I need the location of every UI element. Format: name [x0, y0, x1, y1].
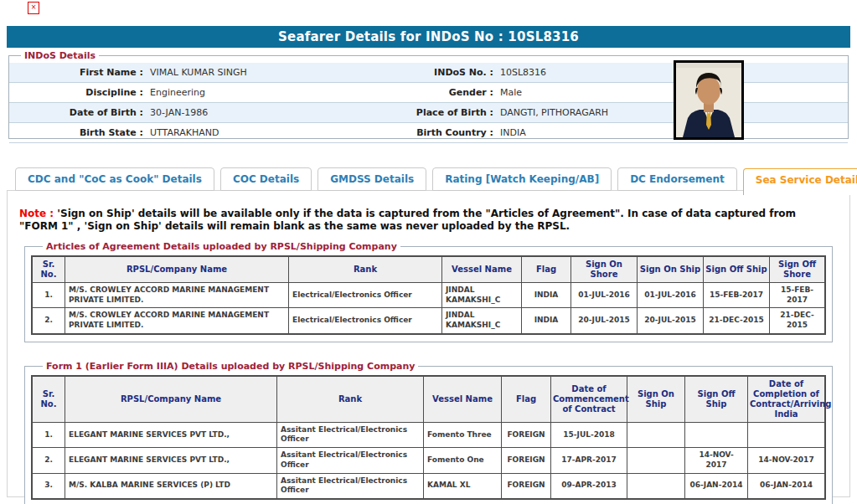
column-header: Sr. No.: [32, 256, 65, 283]
cell: Assitant Electrical/Electronics Officer: [277, 448, 424, 473]
cell: 15-FEB-2017: [770, 283, 826, 308]
field-label: Date of Birth :: [9, 107, 143, 118]
field-label: Gender :: [401, 87, 493, 98]
cell: 09-APR-2013: [551, 473, 627, 499]
cell: [627, 448, 685, 473]
articles-legend: Articles of Agreement Details uploaded b…: [43, 241, 400, 252]
cell: 2.: [32, 448, 65, 473]
tab-gmdss-details[interactable]: GMDSS Details: [318, 167, 426, 191]
cell: 1.: [32, 283, 65, 308]
field-label: Discipline :: [9, 87, 143, 98]
header-row: Sr. No.RPSL/Company NameRankVessel NameF…: [32, 256, 825, 283]
column-header: Sign On Ship: [627, 376, 685, 423]
cell: 15-JUL-2018: [551, 422, 627, 447]
form1-legend: Form 1 (Earlier Form IIIA) Details uploa…: [43, 361, 418, 372]
cell: Electrical/Electronics Officer: [289, 308, 442, 334]
cell: KAMAL XL: [424, 473, 502, 499]
cell: [627, 422, 685, 447]
field-value: VIMAL KUMAR SINGH: [143, 67, 401, 78]
indos-details-legend: INDoS Details: [21, 50, 99, 61]
column-header: Sign Off Ship: [685, 376, 748, 423]
cell: 2.: [32, 308, 65, 334]
column-header: Sign Off Ship: [704, 256, 770, 283]
cell: [627, 473, 685, 499]
cell: 21-DEC-2015: [704, 308, 770, 334]
cell: [748, 422, 826, 447]
cell: FOREIGN: [502, 422, 551, 447]
cell: Fomento One: [424, 448, 502, 473]
field-value: Engineering: [143, 87, 401, 98]
note-text: Note : 'Sign on Ship' details will be av…: [19, 208, 838, 233]
column-header: Rank: [277, 376, 424, 423]
field-value: 30-JAN-1986: [143, 107, 401, 118]
cell: ELEGANT MARINE SERVICES PVT LTD.,: [65, 422, 277, 447]
cell: 20-JUL-2015: [638, 308, 704, 334]
tab-sea-service-details[interactable]: Sea Service Details: [743, 168, 857, 195]
field-value: DANGTI, PITHORAGARH: [493, 107, 848, 118]
cell: Electrical/Electronics Officer: [289, 283, 442, 308]
cell: FOREIGN: [502, 473, 551, 499]
column-header: Sr. No.: [32, 376, 65, 423]
column-header: Sign On Shore: [571, 256, 638, 283]
cell: JINDAL KAMAKSHI_C: [442, 283, 522, 308]
header-row: Sr. No.RPSL/Company NameRankVessel NameF…: [32, 376, 825, 423]
field-value: INDIA: [493, 127, 848, 138]
field-value: 10SL8316: [493, 67, 848, 78]
column-header: RPSL/Company Name: [65, 256, 289, 283]
note-body: 'Sign on Ship' details will be available…: [19, 208, 796, 232]
cell: 01-JUL-2016: [571, 283, 638, 308]
table-row: 2.ELEGANT MARINE SERVICES PVT LTD.,Assit…: [32, 448, 825, 473]
cell: [685, 422, 748, 447]
table-row: 1.ELEGANT MARINE SERVICES PVT LTD.,Assit…: [32, 422, 825, 447]
tab-rating-watch-keeping-ab[interactable]: Rating [Watch Keeping/AB]: [432, 167, 612, 191]
cell: INDIA: [522, 308, 571, 334]
broken-image-icon: ×: [28, 2, 39, 14]
form1-panel: Form 1 (Earlier Form IIIA) Details uploa…: [24, 361, 833, 504]
articles-panel: Articles of Agreement Details uploaded b…: [24, 241, 833, 342]
cell: Assitant Electrical/Electronics Officer: [277, 422, 424, 447]
cell: M/S. CROWLEY ACCORD MARINE MANAGEMENT PR…: [65, 283, 289, 308]
cell: 01-JUL-2016: [638, 283, 704, 308]
tab-coc-details[interactable]: COC Details: [220, 167, 312, 191]
field-label: Place of Birth :: [401, 107, 493, 118]
cell: 3.: [32, 473, 65, 499]
column-header: Flag: [502, 376, 551, 423]
tab-cdc-and-coc-as-cook-details[interactable]: CDC and "CoC as Cook" Details: [15, 167, 214, 191]
tab-dc-endorsement[interactable]: DC Endorsement: [617, 167, 737, 191]
field-value: UTTARAKHAND: [143, 127, 401, 138]
cell: 06-JAN-2014: [748, 473, 826, 499]
cell: M/S. KALBA MARINE SERVICES (P) LTD: [65, 473, 277, 499]
page-title: Seafarer Details for INDoS No : 10SL8316: [7, 26, 850, 48]
column-header: Flag: [522, 256, 571, 283]
cell: M/S. CROWLEY ACCORD MARINE MANAGEMENT PR…: [65, 308, 289, 334]
field-value: Male: [493, 87, 848, 98]
field-label: INDoS No. :: [401, 67, 493, 78]
cell: JINDAL KAMAKSHI_C: [442, 308, 522, 334]
cell: INDIA: [522, 283, 571, 308]
table-row: 3.M/S. KALBA MARINE SERVICES (P) LTDAssi…: [32, 473, 825, 499]
cell: 20-JUL-2015: [571, 308, 638, 334]
articles-table: Sr. No.RPSL/Company NameRankVessel NameF…: [31, 255, 826, 335]
field-label: First Name :: [9, 67, 143, 78]
field-label: Birth Country :: [401, 127, 493, 138]
cell: ELEGANT MARINE SERVICES PVT LTD.,: [65, 448, 277, 473]
seafarer-photo: [674, 60, 744, 140]
cell: FOREIGN: [502, 448, 551, 473]
column-header: Vessel Name: [424, 376, 502, 423]
cell: 17-APR-2017: [551, 448, 627, 473]
tab-content: Note : 'Sign on Ship' details will be av…: [7, 190, 850, 497]
column-header: RPSL/Company Name: [65, 376, 277, 423]
column-header: Date of Commencement of Contract: [551, 376, 627, 423]
field-label: Birth State :: [9, 127, 143, 138]
column-header: Date of Completion of Contract/Arriving …: [748, 376, 826, 423]
cell: Assitant Electrical/Electronics Officer: [277, 473, 424, 499]
cell: Fomento Three: [424, 422, 502, 447]
form1-table: Sr. No.RPSL/Company NameRankVessel NameF…: [31, 375, 826, 500]
table-row: 1.M/S. CROWLEY ACCORD MARINE MANAGEMENT …: [32, 283, 825, 308]
cell: 21-DEC-2015: [770, 308, 826, 334]
cell: 06-JAN-2014: [685, 473, 748, 499]
cell: 14-NOV-2017: [685, 448, 748, 473]
column-header: Sign Off Shore: [770, 256, 826, 283]
tab-bar: CDC and "CoC as Cook" DetailsCOC Details…: [7, 167, 850, 191]
cell: 1.: [32, 422, 65, 447]
